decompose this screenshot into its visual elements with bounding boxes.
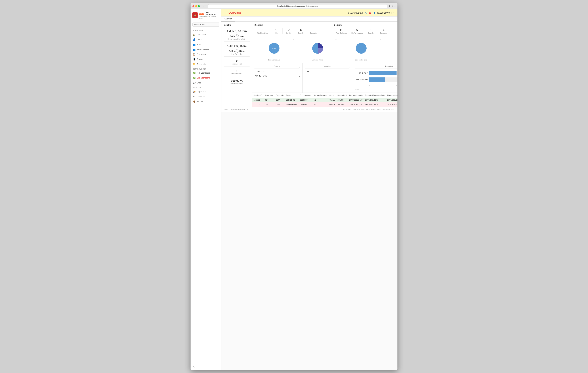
col-manifest-id: Manifest ID bbox=[252, 93, 263, 98]
late-ontime-label: Late vs On time bbox=[355, 59, 367, 61]
delivery-chart-info-icon[interactable]: ⓘ bbox=[336, 38, 337, 40]
parcels-icon: 📦 bbox=[193, 100, 196, 103]
build-info-text: UI dev (25/06/21 commit g17a1c0a) – API … bbox=[341, 109, 394, 110]
delivery-stats-row: 10 Total Deliveries 5 Idle / In progress… bbox=[334, 28, 398, 34]
reroutes-bar-container-mario bbox=[369, 77, 398, 82]
late-chart-info-icon[interactable]: ⓘ bbox=[379, 38, 381, 40]
tab-bar: Overview bbox=[221, 17, 398, 22]
back-navigation-button[interactable]: ← bbox=[224, 11, 227, 14]
footer-bar: © 2021 City Technology Solutions UI dev … bbox=[221, 107, 398, 112]
sidebar-label-dashboard: Dashboard bbox=[197, 33, 206, 36]
reroutes-x-axis: 0 1 2 bbox=[369, 84, 398, 87]
dispatch-status-chart: ⓘ 100% 〜〜〜 Dispatch status bbox=[252, 36, 296, 63]
sidebar-item-users[interactable]: 👤 Users bbox=[190, 37, 221, 42]
svg-text:100%: 100% bbox=[272, 48, 276, 49]
messages-card: 2 Message sent bbox=[224, 58, 250, 67]
sidebar-item-risk-dashboard[interactable]: ✅ Risk Dashboard bbox=[190, 71, 221, 75]
back-button[interactable]: ‹ bbox=[202, 5, 204, 8]
vehicles-panel: Vehicles ⓘ XXXX 2 bbox=[303, 63, 353, 92]
col-depot-code: Depot code bbox=[263, 93, 274, 98]
delivery-idle-stat: 5 Idle / In progress bbox=[349, 28, 365, 34]
reroutes-label-mario: MARIO ROSSI bbox=[355, 79, 368, 81]
sidebar: 🚚 DEMO CITY LOGISTICS Customer focused, … bbox=[190, 10, 221, 370]
sidebar-item-chat[interactable]: 💬 Chat bbox=[190, 80, 221, 85]
sidebar-item-subscription[interactable]: 📂 Subscription bbox=[190, 62, 221, 67]
messages-label: Message sent bbox=[225, 63, 248, 65]
cell-last-location-1: 27/07/2021 14:33 bbox=[348, 98, 364, 102]
vehicles-info-icon[interactable]: ⓘ bbox=[349, 67, 351, 69]
cell-delivery-progress-2: 0/5 bbox=[312, 102, 328, 107]
dispatch-status-label: Dispatch status bbox=[268, 59, 280, 61]
reroutes-panel: Reroutes ⓘ JOHN DOE bbox=[353, 63, 398, 92]
cell-est-departure-1: 27/07/2021 11:52 bbox=[364, 98, 386, 102]
search-box[interactable] bbox=[190, 21, 221, 28]
wrench-icon[interactable]: 🔧 bbox=[365, 12, 367, 14]
sidebar-item-devices[interactable]: 📱 Devices bbox=[190, 57, 221, 62]
notification-badge[interactable]: 62 bbox=[369, 12, 371, 14]
kms-vs: vs bbox=[225, 48, 248, 50]
sidebar-item-ops-dashboard[interactable]: ✅ Ops Dashboard bbox=[190, 75, 221, 80]
user-dropdown-icon[interactable]: ▾ bbox=[393, 12, 394, 14]
dispatch-total-value: 2 bbox=[257, 28, 268, 32]
dispatch-onride-value: 2 bbox=[285, 28, 293, 32]
driver-name-2: MARIO ROSSI bbox=[255, 75, 267, 77]
sidebar-item-dashboard[interactable]: 🏠 Dashboard bbox=[190, 32, 221, 37]
delivery-chart-wave: 〜〜〜 bbox=[316, 56, 319, 58]
dispatch-canceled-stat: 0 Canceled bbox=[295, 28, 307, 34]
delivery-canceled-value: 1 bbox=[367, 28, 375, 32]
subscription-icon: 📂 bbox=[193, 63, 196, 65]
dispatch-section: Dispatch 2 Total Dispatches 0 Idle bbox=[252, 22, 332, 36]
chat-icon: 💬 bbox=[193, 82, 196, 84]
search-input[interactable] bbox=[192, 22, 220, 27]
forward-button[interactable]: › bbox=[205, 5, 207, 8]
col-battery: Battery level bbox=[336, 93, 348, 98]
add-tab-icon[interactable]: + bbox=[394, 5, 396, 8]
drivers-info-icon[interactable]: ⓘ bbox=[299, 67, 300, 69]
dispatch-completed-value: 0 bbox=[309, 28, 317, 32]
delivery-canceled-stat: 1 Canceled bbox=[365, 28, 377, 34]
devices-icon: 📱 bbox=[193, 58, 196, 60]
dispatch-status-pie: 100% bbox=[268, 42, 280, 54]
sidebar-item-parcels[interactable]: 📦 Parcels bbox=[190, 99, 221, 104]
dispatches-icon: 🚚 bbox=[193, 91, 196, 93]
driver-hours-card: 1 d, 5 h, 56 min vs 16 h, 30 min Driver … bbox=[224, 28, 250, 42]
address-bar[interactable]: localhost:4200/assets/img/orv/orv-dashbo… bbox=[208, 4, 387, 8]
sidebar-item-roles[interactable]: 👥 Roles bbox=[190, 42, 221, 47]
ontime-label: On time departure bbox=[225, 83, 248, 85]
sidebar-label-users: Users bbox=[197, 38, 201, 40]
sidebar-item-dispatches[interactable]: 🚚 Dispatches bbox=[190, 89, 221, 94]
cell-phone-2: 012345678 bbox=[299, 102, 312, 107]
parcel-card: 1 Parcel endorsed bbox=[224, 68, 250, 76]
sidebar-item-deliveries[interactable]: ⚙ Deliveries bbox=[190, 94, 221, 99]
delivery-total-label: Total Deliveries bbox=[336, 32, 347, 34]
risk-dashboard-icon: ✅ bbox=[193, 72, 196, 74]
dispatch-onride-label: On ride bbox=[285, 32, 293, 34]
user-icon: 👤 bbox=[373, 12, 376, 14]
dispatch-stats-row: 2 Total Dispatches 0 Idle 2 bbox=[254, 28, 329, 34]
data-panels-row: Drivers ⓘ JOHN DOE 1 MARIO ROSSI 1 bbox=[252, 63, 398, 93]
vehicles-panel-title: Vehicles bbox=[305, 65, 349, 69]
power-button[interactable]: ⏻ bbox=[193, 366, 219, 368]
sidebar-label-parcels: Parcels bbox=[197, 101, 203, 103]
cell-dispatch-start-1: 27/07/2021 13:52 bbox=[386, 98, 398, 102]
reroutes-bar-chart: JOHN DOE MARIO ROSSI bbox=[355, 70, 398, 88]
cell-phone-1: 012345678 bbox=[299, 98, 312, 102]
sidebar-item-customers[interactable]: 📋 Customers bbox=[190, 52, 221, 57]
dispatch-table: Manifest ID Depot code Fleet code Driver… bbox=[252, 93, 398, 107]
logo-title: CITY LOGISTICS bbox=[205, 11, 220, 16]
logo-area: 🚚 DEMO CITY LOGISTICS Customer focused, … bbox=[190, 10, 221, 21]
sidebar-item-van-assistants[interactable]: 👥 Van Assistants bbox=[190, 47, 221, 52]
insights-title: Insights bbox=[224, 24, 250, 26]
reroutes-bar-container-john bbox=[369, 71, 398, 75]
van-assistants-icon: 👥 bbox=[193, 48, 196, 50]
share-icon: ⬆ bbox=[388, 5, 390, 8]
col-phone: Phone number bbox=[299, 93, 312, 98]
power-icon: ⏻ bbox=[193, 366, 195, 368]
datetime-display: 27/07/2021 14:50 bbox=[348, 12, 363, 14]
delivery-status-pie bbox=[311, 42, 324, 54]
page-title: Overview bbox=[229, 11, 241, 14]
dispatch-chart-info-icon[interactable]: ⓘ bbox=[292, 38, 294, 40]
logo-icon: 🚚 bbox=[192, 12, 198, 18]
cell-fleet-code-2: C347 bbox=[274, 102, 285, 107]
tab-overview[interactable]: Overview bbox=[221, 17, 235, 21]
